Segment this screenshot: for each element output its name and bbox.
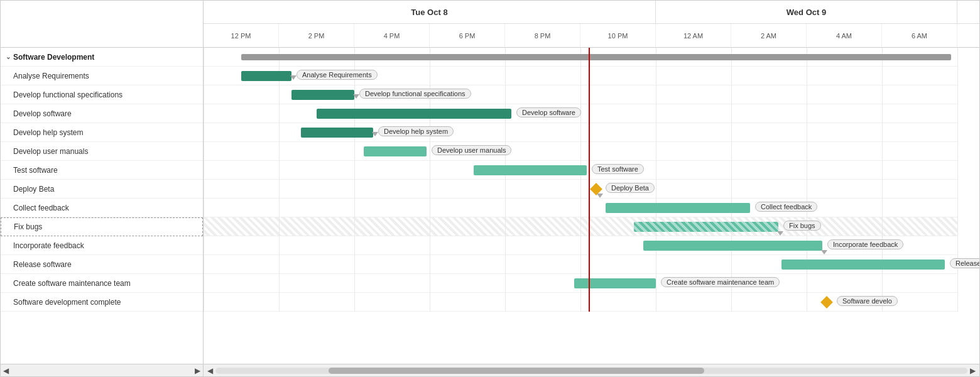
connector-arrow bbox=[777, 231, 783, 236]
vgrid-line bbox=[656, 48, 656, 312]
task-row-t13[interactable]: Software development complete bbox=[1, 293, 203, 312]
chart-scrollbar-thumb[interactable] bbox=[329, 368, 705, 374]
vgrid-line bbox=[354, 48, 355, 312]
task-row-t2[interactable]: Develop functional specifications bbox=[1, 85, 203, 104]
current-time-line bbox=[589, 48, 590, 312]
vgrid-line bbox=[279, 48, 280, 312]
hour-cell: 2 AM bbox=[731, 24, 807, 48]
hour-cell: 6 PM bbox=[430, 24, 505, 48]
task-row-t10[interactable]: Incorporate feedback bbox=[1, 236, 203, 255]
hour-cell: 12 PM bbox=[204, 24, 279, 48]
date-label: Wed Oct 9 bbox=[656, 1, 957, 23]
task-row-t7[interactable]: Deploy Beta bbox=[1, 180, 203, 199]
hour-cell: 10 PM bbox=[580, 24, 656, 48]
chart-scroll-right[interactable]: ▶ bbox=[970, 366, 976, 375]
vgrid-line bbox=[807, 48, 807, 312]
task-row-t12[interactable]: Create software maintenance team bbox=[1, 274, 203, 293]
task-label: Release software bbox=[13, 260, 72, 269]
hour-cell: 12 AM bbox=[656, 24, 731, 48]
gantt-bar-t2[interactable] bbox=[291, 90, 354, 100]
task-row-t4[interactable]: Develop help system bbox=[1, 123, 203, 142]
chart-header: Tue Oct 8Wed Oct 912 PM2 PM4 PM6 PM8 PM1… bbox=[204, 1, 979, 48]
task-panel-header bbox=[1, 1, 203, 48]
diamond-label-t13: Software develo bbox=[837, 296, 898, 306]
chart-body: Analyse RequirementsDevelop functional s… bbox=[204, 48, 979, 364]
gantt-bar-summary[interactable] bbox=[241, 54, 951, 60]
task-row-t11[interactable]: Release software bbox=[1, 255, 203, 274]
vgrid-line bbox=[505, 48, 506, 312]
task-label: Develop functional specifications bbox=[13, 90, 122, 99]
task-label: Develop help system bbox=[13, 128, 83, 137]
bar-label-t5: Develop user manuals bbox=[432, 145, 511, 155]
bar-label-t1: Analyse Requirements bbox=[297, 70, 378, 80]
hour-cell: 2 PM bbox=[279, 24, 354, 48]
hour-cell: 4 AM bbox=[807, 24, 882, 48]
hour-cell: 6 AM bbox=[882, 24, 957, 48]
vgrid-line bbox=[204, 48, 204, 312]
bar-label-t10: Incorporate feedback bbox=[827, 239, 903, 249]
vgrid-line bbox=[882, 48, 883, 312]
task-label: Fix bugs bbox=[14, 222, 42, 231]
gantt-container: ⌄Software DevelopmentAnalyse Requirement… bbox=[0, 0, 980, 377]
task-label: Create software maintenance team bbox=[13, 279, 131, 288]
bar-label-t2: Develop functional specifications bbox=[359, 89, 471, 99]
task-row-t5[interactable]: Develop user manuals bbox=[1, 142, 203, 161]
task-label: Deploy Beta bbox=[13, 185, 54, 194]
vgrid-line bbox=[731, 48, 732, 312]
chart-panel: Tue Oct 8Wed Oct 912 PM2 PM4 PM6 PM8 PM1… bbox=[204, 1, 979, 364]
chart-scroll-left[interactable]: ◀ bbox=[207, 366, 213, 375]
connector-arrow bbox=[372, 132, 378, 136]
bar-label-t8: Collect feedback bbox=[755, 202, 817, 212]
bar-label-t12: Create software maintenance team bbox=[661, 277, 780, 287]
task-label: Develop software bbox=[13, 109, 72, 118]
gantt-bar-t3[interactable] bbox=[317, 109, 511, 119]
gantt-bar-t6[interactable] bbox=[474, 165, 587, 175]
hour-cell: 8 PM bbox=[505, 24, 580, 48]
gantt-bar-t9[interactable] bbox=[634, 222, 778, 232]
connector-arrow bbox=[821, 250, 827, 254]
connector-arrow bbox=[353, 94, 359, 99]
task-label: Collect feedback bbox=[13, 204, 69, 212]
hour-cell: 4 PM bbox=[354, 24, 430, 48]
task-label: Software development complete bbox=[13, 298, 121, 307]
bar-label-t4: Develop help system bbox=[378, 126, 454, 136]
task-list: ⌄Software DevelopmentAnalyse Requirement… bbox=[1, 48, 203, 364]
task-label: Incorporate feedback bbox=[13, 241, 84, 250]
vgrid-line bbox=[580, 48, 581, 312]
gantt-bar-t8[interactable] bbox=[606, 203, 750, 213]
gantt-bar-t5[interactable] bbox=[364, 146, 427, 156]
gantt-bar-t11[interactable] bbox=[781, 260, 945, 270]
task-row-t9[interactable]: Fix bugs bbox=[1, 217, 203, 236]
gantt-bar-t10[interactable] bbox=[643, 241, 822, 251]
task-label: Develop user manuals bbox=[13, 147, 88, 156]
task-row-t1[interactable]: Analyse Requirements bbox=[1, 67, 203, 85]
task-scroll-right[interactable]: ▶ bbox=[195, 366, 200, 375]
task-panel: ⌄Software DevelopmentAnalyse Requirement… bbox=[1, 1, 204, 364]
task-scroll-left[interactable]: ◀ bbox=[3, 366, 9, 375]
task-label: Software Development bbox=[13, 53, 94, 62]
task-label: Test software bbox=[13, 166, 58, 175]
chevron-icon: ⌄ bbox=[6, 53, 11, 60]
vgrid-line bbox=[430, 48, 430, 312]
gantt-bar-t4[interactable] bbox=[301, 128, 373, 138]
bar-label-t6: Test software bbox=[592, 164, 644, 174]
bar-label-t3: Develop software bbox=[516, 107, 581, 117]
gantt-bar-t1[interactable] bbox=[241, 71, 291, 81]
task-row-t0[interactable]: ⌄Software Development bbox=[1, 48, 203, 67]
gantt-main: ⌄Software DevelopmentAnalyse Requirement… bbox=[1, 1, 979, 364]
diamond-label-t7: Deploy Beta bbox=[606, 183, 655, 193]
connector-arrow bbox=[290, 75, 297, 80]
vgrid-line bbox=[957, 48, 958, 312]
gantt-bar-t12[interactable] bbox=[574, 278, 656, 288]
bar-label-t11: Release software bbox=[950, 258, 979, 268]
task-row-t6[interactable]: Test software bbox=[1, 161, 203, 180]
task-row-t8[interactable]: Collect feedback bbox=[1, 199, 203, 217]
bar-label-t9: Fix bugs bbox=[783, 221, 821, 231]
task-row-t3[interactable]: Develop software bbox=[1, 104, 203, 123]
chart-scrollbar-track[interactable] bbox=[215, 368, 967, 374]
connector-arrow bbox=[597, 194, 603, 198]
task-label: Analyse Requirements bbox=[13, 72, 89, 80]
date-label: Tue Oct 8 bbox=[204, 1, 656, 23]
